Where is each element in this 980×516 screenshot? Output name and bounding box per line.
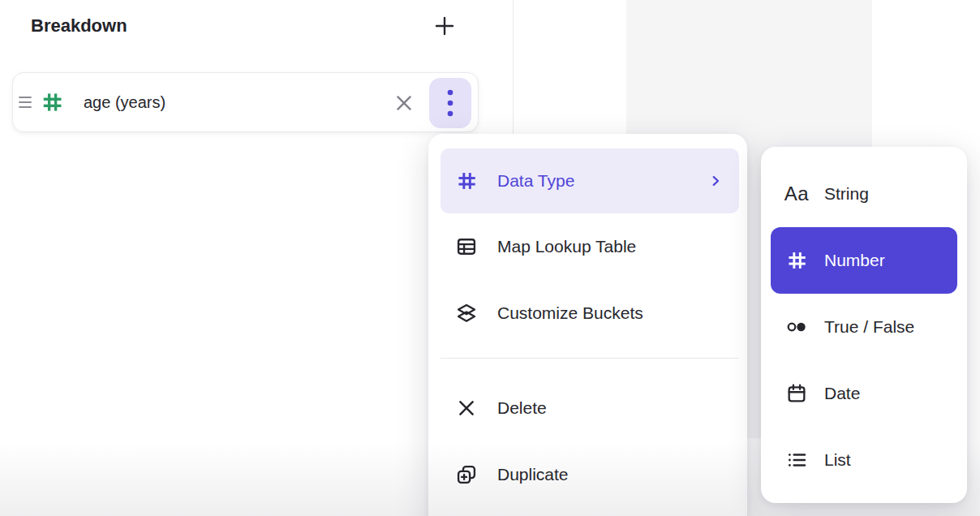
submenu-item-list[interactable]: List <box>771 427 957 493</box>
hash-icon <box>784 249 810 272</box>
x-icon <box>393 92 415 114</box>
menu-item-data-type[interactable]: Data Type <box>441 148 739 213</box>
menu-item-label: Delete <box>497 398 547 418</box>
submenu-item-label: String <box>824 184 869 204</box>
submenu-item-date[interactable]: Date <box>771 360 957 427</box>
Aa-text-icon: Aa <box>784 183 810 205</box>
menu-item-map-lookup-table[interactable]: Map Lookup Table <box>441 213 739 280</box>
boolean-circles-icon <box>784 317 810 337</box>
stack-icon <box>454 302 479 325</box>
submenu-item-label: List <box>824 450 851 470</box>
menu-item-delete[interactable]: Delete <box>441 375 739 441</box>
add-breakdown-button[interactable] <box>430 11 459 41</box>
field-options-button[interactable] <box>429 78 471 128</box>
menu-item-customize-buckets[interactable]: Customize Buckets <box>441 280 739 346</box>
chevron-right-icon <box>708 174 723 188</box>
menu-item-label: Duplicate <box>497 465 569 484</box>
menu-item-duplicate[interactable]: Duplicate <box>441 441 739 508</box>
menu-divider <box>441 358 739 359</box>
submenu-item-label: Number <box>824 251 885 270</box>
submenu-item-string[interactable]: Aa String <box>771 161 957 227</box>
field-name-label: age (years) <box>84 93 165 112</box>
submenu-item-label: Date <box>824 384 860 403</box>
kebab-menu-icon <box>447 89 453 117</box>
menu-item-label: Map Lookup Table <box>497 237 636 256</box>
menu-item-label: Data Type <box>497 171 574 191</box>
number-hash-icon <box>40 90 64 114</box>
data-type-submenu: Aa String Number True / False <box>761 147 967 503</box>
breakdown-field-row[interactable]: age (years) <box>12 72 479 132</box>
duplicate-plus-icon <box>454 463 479 486</box>
breakdown-section-title: Breakdown <box>31 15 127 37</box>
calendar-icon <box>784 382 810 405</box>
submenu-item-label: True / False <box>824 317 914 337</box>
remove-field-button[interactable] <box>389 88 419 118</box>
table-icon <box>454 235 479 258</box>
hash-icon <box>454 170 479 192</box>
menu-item-label: Customize Buckets <box>497 303 643 323</box>
submenu-item-true-false[interactable]: True / False <box>771 294 957 360</box>
plus-icon <box>432 14 457 38</box>
field-options-menu: Data Type Map Lookup Table Customize Buc… <box>428 134 747 516</box>
drag-handle-icon[interactable] <box>17 94 33 110</box>
x-icon <box>454 398 479 419</box>
list-icon <box>784 449 810 471</box>
submenu-item-number[interactable]: Number <box>771 227 957 294</box>
